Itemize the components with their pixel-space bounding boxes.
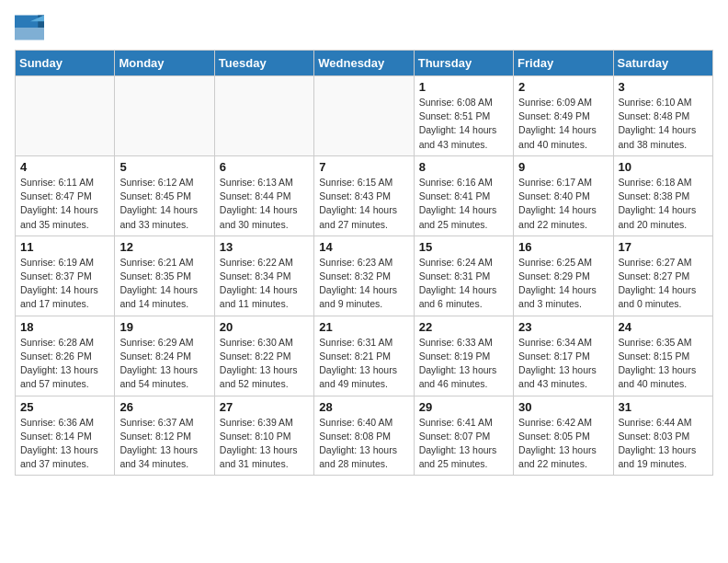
col-header-sunday: Sunday: [16, 51, 115, 76]
day-number: 21: [319, 320, 408, 334]
calendar-cell: 8Sunrise: 6:16 AM Sunset: 8:41 PM Daylig…: [414, 155, 513, 236]
day-number: 5: [119, 160, 209, 174]
day-info: Sunrise: 6:30 AM Sunset: 8:22 PM Dayligh…: [220, 336, 309, 392]
day-number: 28: [319, 400, 408, 414]
day-number: 26: [119, 400, 209, 414]
day-info: Sunrise: 6:16 AM Sunset: 8:41 PM Dayligh…: [419, 176, 508, 232]
week-row-2: 4Sunrise: 6:11 AM Sunset: 8:47 PM Daylig…: [16, 155, 713, 236]
calendar-table: SundayMondayTuesdayWednesdayThursdayFrid…: [15, 50, 713, 476]
day-number: 4: [20, 160, 109, 174]
calendar-cell: 24Sunrise: 6:35 AM Sunset: 8:15 PM Dayli…: [613, 316, 712, 396]
day-info: Sunrise: 6:28 AM Sunset: 8:26 PM Dayligh…: [20, 336, 109, 392]
day-info: Sunrise: 6:10 AM Sunset: 8:48 PM Dayligh…: [619, 96, 708, 152]
day-info: Sunrise: 6:11 AM Sunset: 8:47 PM Dayligh…: [20, 176, 109, 232]
day-number: 16: [518, 240, 608, 254]
day-info: Sunrise: 6:41 AM Sunset: 8:07 PM Dayligh…: [419, 416, 508, 472]
calendar-cell: 23Sunrise: 6:34 AM Sunset: 8:17 PM Dayli…: [514, 316, 613, 396]
day-info: Sunrise: 6:19 AM Sunset: 8:37 PM Dayligh…: [20, 256, 109, 312]
day-number: 10: [619, 160, 708, 174]
calendar-body: 1Sunrise: 6:08 AM Sunset: 8:51 PM Daylig…: [16, 76, 713, 476]
day-info: Sunrise: 6:34 AM Sunset: 8:17 PM Dayligh…: [518, 336, 608, 392]
calendar-cell: 7Sunrise: 6:15 AM Sunset: 8:43 PM Daylig…: [314, 155, 414, 236]
day-info: Sunrise: 6:27 AM Sunset: 8:27 PM Dayligh…: [619, 256, 708, 312]
col-header-tuesday: Tuesday: [214, 51, 313, 76]
day-info: Sunrise: 6:08 AM Sunset: 8:51 PM Dayligh…: [419, 96, 508, 152]
day-info: Sunrise: 6:23 AM Sunset: 8:32 PM Dayligh…: [319, 256, 408, 312]
day-number: 27: [220, 400, 309, 414]
day-info: Sunrise: 6:17 AM Sunset: 8:40 PM Dayligh…: [518, 176, 608, 232]
calendar-cell: 20Sunrise: 6:30 AM Sunset: 8:22 PM Dayli…: [214, 316, 313, 396]
day-info: Sunrise: 6:15 AM Sunset: 8:43 PM Dayligh…: [319, 176, 408, 232]
logo: [15, 15, 48, 40]
week-row-4: 18Sunrise: 6:28 AM Sunset: 8:26 PM Dayli…: [16, 316, 713, 396]
calendar-cell: 22Sunrise: 6:33 AM Sunset: 8:19 PM Dayli…: [414, 316, 513, 396]
calendar-cell: 4Sunrise: 6:11 AM Sunset: 8:47 PM Daylig…: [16, 155, 115, 236]
calendar-cell: 12Sunrise: 6:21 AM Sunset: 8:35 PM Dayli…: [115, 236, 214, 316]
calendar-cell: 31Sunrise: 6:44 AM Sunset: 8:03 PM Dayli…: [613, 396, 712, 476]
day-number: 15: [419, 240, 508, 254]
calendar-cell: 28Sunrise: 6:40 AM Sunset: 8:08 PM Dayli…: [314, 396, 414, 476]
calendar-cell: [16, 76, 115, 156]
calendar-cell: 25Sunrise: 6:36 AM Sunset: 8:14 PM Dayli…: [16, 396, 115, 476]
day-number: 20: [220, 320, 309, 334]
day-info: Sunrise: 6:31 AM Sunset: 8:21 PM Dayligh…: [319, 336, 408, 392]
calendar-cell: 18Sunrise: 6:28 AM Sunset: 8:26 PM Dayli…: [16, 316, 115, 396]
day-number: 6: [220, 160, 309, 174]
day-number: 23: [518, 320, 608, 334]
day-number: 24: [619, 320, 708, 334]
day-number: 12: [119, 240, 209, 254]
header: [15, 15, 713, 40]
calendar-cell: 26Sunrise: 6:37 AM Sunset: 8:12 PM Dayli…: [115, 396, 214, 476]
calendar-cell: 5Sunrise: 6:12 AM Sunset: 8:45 PM Daylig…: [115, 155, 214, 236]
week-row-5: 25Sunrise: 6:36 AM Sunset: 8:14 PM Dayli…: [16, 396, 713, 476]
logo-icon: [15, 15, 44, 40]
svg-rect-1: [15, 28, 44, 40]
day-info: Sunrise: 6:21 AM Sunset: 8:35 PM Dayligh…: [119, 256, 209, 312]
day-number: 7: [319, 160, 408, 174]
day-info: Sunrise: 6:42 AM Sunset: 8:05 PM Dayligh…: [518, 416, 608, 472]
calendar-cell: [214, 76, 313, 156]
calendar-cell: 1Sunrise: 6:08 AM Sunset: 8:51 PM Daylig…: [414, 76, 513, 156]
calendar-cell: 14Sunrise: 6:23 AM Sunset: 8:32 PM Dayli…: [314, 236, 414, 316]
calendar-cell: 29Sunrise: 6:41 AM Sunset: 8:07 PM Dayli…: [414, 396, 513, 476]
col-header-saturday: Saturday: [613, 51, 712, 76]
calendar-cell: 15Sunrise: 6:24 AM Sunset: 8:31 PM Dayli…: [414, 236, 513, 316]
day-number: 25: [20, 400, 109, 414]
day-number: 3: [619, 80, 708, 94]
calendar-cell: 10Sunrise: 6:18 AM Sunset: 8:38 PM Dayli…: [613, 155, 712, 236]
calendar-cell: [314, 76, 414, 156]
day-info: Sunrise: 6:18 AM Sunset: 8:38 PM Dayligh…: [619, 176, 708, 232]
col-header-thursday: Thursday: [414, 51, 513, 76]
day-number: 29: [419, 400, 508, 414]
day-number: 17: [619, 240, 708, 254]
week-row-3: 11Sunrise: 6:19 AM Sunset: 8:37 PM Dayli…: [16, 236, 713, 316]
day-info: Sunrise: 6:29 AM Sunset: 8:24 PM Dayligh…: [119, 336, 209, 392]
day-number: 18: [20, 320, 109, 334]
day-number: 31: [619, 400, 708, 414]
calendar-cell: 13Sunrise: 6:22 AM Sunset: 8:34 PM Dayli…: [214, 236, 313, 316]
calendar-cell: 17Sunrise: 6:27 AM Sunset: 8:27 PM Dayli…: [613, 236, 712, 316]
col-header-friday: Friday: [514, 51, 613, 76]
day-number: 1: [419, 80, 508, 94]
day-info: Sunrise: 6:36 AM Sunset: 8:14 PM Dayligh…: [20, 416, 109, 472]
day-info: Sunrise: 6:40 AM Sunset: 8:08 PM Dayligh…: [319, 416, 408, 472]
day-info: Sunrise: 6:24 AM Sunset: 8:31 PM Dayligh…: [419, 256, 508, 312]
day-info: Sunrise: 6:13 AM Sunset: 8:44 PM Dayligh…: [220, 176, 309, 232]
day-info: Sunrise: 6:44 AM Sunset: 8:03 PM Dayligh…: [619, 416, 708, 472]
day-number: 19: [119, 320, 209, 334]
calendar-cell: 9Sunrise: 6:17 AM Sunset: 8:40 PM Daylig…: [514, 155, 613, 236]
day-info: Sunrise: 6:22 AM Sunset: 8:34 PM Dayligh…: [220, 256, 309, 312]
week-row-1: 1Sunrise: 6:08 AM Sunset: 8:51 PM Daylig…: [16, 76, 713, 156]
day-number: 11: [20, 240, 109, 254]
day-number: 8: [419, 160, 508, 174]
calendar-cell: 3Sunrise: 6:10 AM Sunset: 8:48 PM Daylig…: [613, 76, 712, 156]
calendar-cell: 6Sunrise: 6:13 AM Sunset: 8:44 PM Daylig…: [214, 155, 313, 236]
calendar-cell: 16Sunrise: 6:25 AM Sunset: 8:29 PM Dayli…: [514, 236, 613, 316]
day-info: Sunrise: 6:09 AM Sunset: 8:49 PM Dayligh…: [518, 96, 608, 152]
calendar-cell: [115, 76, 214, 156]
day-number: 13: [220, 240, 309, 254]
day-info: Sunrise: 6:33 AM Sunset: 8:19 PM Dayligh…: [419, 336, 508, 392]
calendar-cell: 19Sunrise: 6:29 AM Sunset: 8:24 PM Dayli…: [115, 316, 214, 396]
col-header-monday: Monday: [115, 51, 214, 76]
day-info: Sunrise: 6:35 AM Sunset: 8:15 PM Dayligh…: [619, 336, 708, 392]
